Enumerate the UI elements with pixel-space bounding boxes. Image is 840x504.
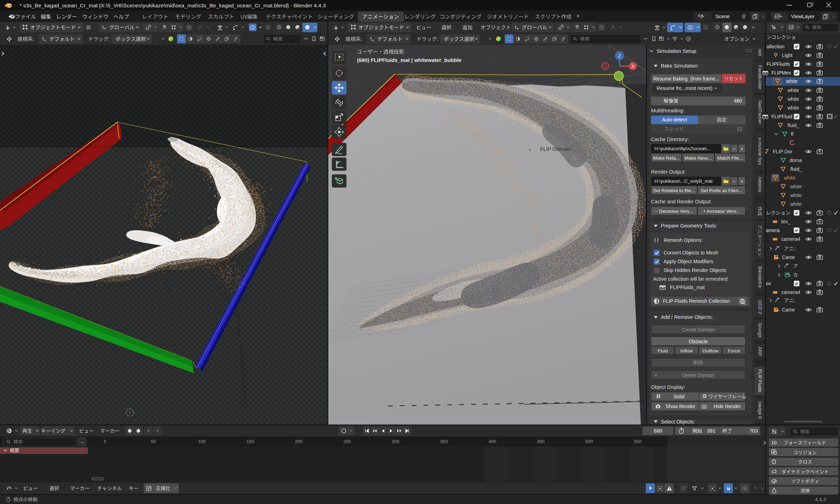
svg-text:Z: Z (618, 53, 621, 58)
svg-text:X: X (631, 64, 635, 69)
